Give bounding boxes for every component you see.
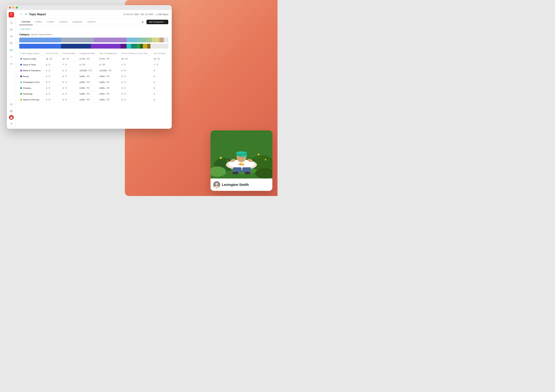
- sidebar-more-icon[interactable]: [8, 121, 15, 127]
- tab-profiles[interactable]: Profiles: [33, 19, 44, 25]
- sum-followers-cell: 4 3: [121, 79, 153, 85]
- bar-segment: [131, 44, 137, 49]
- sum-views-cell: 4: [153, 73, 168, 79]
- table-row: Shopping 3 4 4 2 0.00% 0% 0.00% 0%: [19, 85, 168, 91]
- main-content: Topic Report Nov 22, 2020 - Feb, 22, 202…: [16, 10, 172, 129]
- engagement-rate-cell: 0.00% 0%: [79, 85, 98, 91]
- back-button[interactable]: [19, 12, 23, 17]
- bar-segment: [19, 44, 61, 49]
- count-posts-cell: 4 2: [45, 68, 61, 73]
- sum-followers-cell: 4 2: [121, 73, 153, 79]
- edit-report-label: Edit Report: [158, 13, 168, 16]
- stacked-bar-top: [19, 38, 168, 43]
- category-header: Category Sort by: Count of Posts ▾: [19, 33, 168, 36]
- category-name-cell: Beauty: [19, 73, 45, 79]
- svg-point-10: [26, 14, 27, 14]
- engagement-rate-cell: 0.77% 0%: [79, 56, 98, 62]
- edit-report-button[interactable]: Edit Report: [155, 13, 168, 16]
- col-unique-profiles: Unique Profiles: [61, 51, 79, 56]
- svg-point-23: [265, 159, 266, 160]
- bar-segment: [91, 44, 121, 49]
- bar-segment: [121, 44, 127, 49]
- close-button[interactable]: [9, 7, 11, 9]
- add-filters-button[interactable]: + Add Filters: [19, 28, 168, 30]
- unique-profiles-cell: 4 2: [61, 73, 79, 79]
- sum-engagement-cell: 0.77% 0%: [98, 56, 121, 62]
- unique-profiles-cell: 4 3: [61, 68, 79, 73]
- header-right: Nov 22, 2020 - Feb, 22, 2020 Edit Report: [123, 13, 168, 16]
- maximize-button[interactable]: [16, 7, 18, 9]
- col-profile-category: Profile Category Name: [19, 51, 45, 56]
- table-row: Sports & Fitnes 5 3 7 5 0 0% 0 0%: [19, 62, 168, 68]
- bar-segment: [143, 44, 147, 49]
- engagement-rate-cell: 112.93% 1%: [79, 68, 98, 73]
- bar-chart-bottom: [19, 44, 168, 49]
- tab-overview[interactable]: Overview: [19, 19, 33, 25]
- table-row: Media & Publications 4 2 4 3 112.93% 1% …: [19, 68, 168, 73]
- topic-report-icon: [25, 13, 28, 16]
- unique-profiles-cell: 4 3: [61, 91, 79, 97]
- user-avatar[interactable]: [9, 115, 14, 120]
- tab-audience[interactable]: Audience: [85, 19, 98, 25]
- profile-name: Lexington Smith: [222, 183, 249, 187]
- sum-views-cell: 4: [153, 68, 168, 73]
- sort-dropdown[interactable]: Sort by: Count of Posts ▾: [31, 34, 52, 36]
- sum-engagement-cell: 0.00% 0%: [98, 97, 121, 103]
- bar-segment: [127, 44, 131, 49]
- bar-segment: [61, 44, 91, 49]
- sum-views-cell: 4: [153, 85, 168, 91]
- date-range: Nov 22, 2020 - Feb, 22, 2020: [123, 13, 153, 16]
- tab-content[interactable]: Content: [44, 19, 56, 25]
- category-section-title: Category: [19, 33, 30, 36]
- add-component-button[interactable]: Add Component: [146, 20, 168, 24]
- sidebar-item-signal[interactable]: [8, 47, 15, 53]
- sum-followers-cell: 4 3: [121, 97, 153, 103]
- bar-segment: [159, 38, 164, 43]
- bar-segment: [127, 38, 139, 43]
- sidebar-item-folder[interactable]: [8, 26, 15, 33]
- sidebar-item-search[interactable]: [8, 20, 15, 26]
- sum-followers-cell: 7 5: [121, 62, 153, 68]
- minimize-button[interactable]: [12, 7, 15, 9]
- svg-point-4: [11, 50, 12, 50]
- tabs-right: Add Component: [140, 19, 168, 25]
- sum-followers-cell: 4 2: [121, 85, 153, 91]
- col-sum-followers: Sum of Followers on Post Date: [121, 51, 153, 56]
- add-component-label: Add Component: [148, 21, 163, 23]
- sum-engagement-cell: 0.00% 0%: [98, 79, 121, 85]
- svg-point-3: [11, 43, 11, 43]
- sidebar-item-bell[interactable]: [8, 101, 15, 107]
- sum-followers-cell: 4 3: [121, 91, 153, 97]
- table-row: Photography & Film 3 4 4 3 0.00% 0% 0.00…: [19, 79, 168, 85]
- svg-point-34: [236, 151, 247, 154]
- sidebar-item-mail[interactable]: [8, 108, 15, 114]
- sidebar-item-chart[interactable]: [8, 54, 15, 60]
- upload-button[interactable]: [140, 19, 145, 25]
- category-name-cell: Fashion & Style: [19, 56, 45, 62]
- unique-profiles-cell: 7 5: [61, 62, 79, 68]
- category-name-cell: Shopping: [19, 85, 45, 91]
- page-header: Topic Report Nov 22, 2020 - Feb, 22, 202…: [16, 10, 172, 19]
- tab-categories[interactable]: Categories: [70, 19, 85, 25]
- sum-views-cell: 7 5: [153, 62, 168, 68]
- sidebar-item-tools[interactable]: [8, 61, 15, 67]
- col-count-posts: Count of Posts: [45, 51, 61, 56]
- tab-locations[interactable]: Locations: [56, 19, 70, 25]
- sidebar-item-user[interactable]: [8, 33, 15, 39]
- sum-followers-cell: 4 3: [121, 68, 153, 73]
- bar-segment: [140, 44, 143, 49]
- svg-point-22: [258, 154, 259, 155]
- profile-card: KoNoMi Lexington Smith: [211, 130, 272, 191]
- category-name-cell: Photography & Film: [19, 79, 45, 85]
- svg-point-35: [241, 155, 247, 157]
- bar-chart-top: [19, 38, 168, 43]
- sum-engagement-cell: 0.00% 0%: [98, 73, 121, 79]
- sidebar-item-tag[interactable]: [8, 40, 15, 46]
- col-sum-engagement: Sum of Engagement: [98, 51, 121, 56]
- bar-segment: [94, 38, 127, 43]
- bar-segment: [137, 44, 140, 49]
- sum-engagement-cell: 112.93% 1%: [98, 68, 121, 73]
- app-layout: T: [7, 10, 172, 129]
- col-sum-views: Sum of Views: [153, 51, 168, 56]
- bar-segment: [152, 38, 159, 43]
